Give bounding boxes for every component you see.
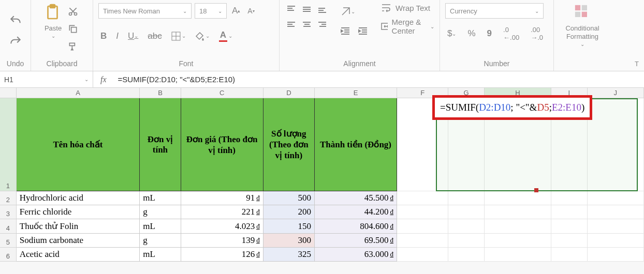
- table-cell[interactable]: mL: [140, 191, 181, 205]
- table-cell[interactable]: Acetic acid: [17, 248, 140, 262]
- col-header[interactable]: C: [181, 88, 264, 98]
- table-cell[interactable]: 44.200đ: [315, 205, 397, 219]
- increase-indent-button[interactable]: [356, 26, 370, 36]
- italic-button[interactable]: I: [114, 30, 121, 42]
- row-header[interactable]: 1: [0, 98, 17, 191]
- fill-color-button[interactable]: ⌄: [193, 31, 212, 42]
- table-cell[interactable]: Hydrochloric acid: [17, 191, 140, 205]
- number-group-label: Number: [484, 59, 510, 70]
- table-cell[interactable]: 804.600đ: [315, 219, 397, 234]
- formula-input[interactable]: [114, 71, 644, 87]
- wrap-text-button[interactable]: Wrap Text: [381, 3, 434, 12]
- undo-group-label: Undo: [7, 59, 24, 70]
- font-name-select[interactable]: Times New Roman⌄: [98, 3, 192, 19]
- row-header[interactable]: 4: [0, 219, 17, 234]
- bold-button[interactable]: B: [98, 30, 109, 42]
- align-middle-button[interactable]: [300, 3, 313, 16]
- header-cell[interactable]: Tên hóa chất: [17, 98, 140, 191]
- orientation-button[interactable]: ⌄: [339, 5, 370, 18]
- ribbon: Undo Paste ⌄ Clipboard Times New Roman⌄ …: [0, 0, 644, 71]
- header-cell[interactable]: Thành tiền (Đồng): [315, 98, 397, 191]
- decrease-decimal-button[interactable]: .00→.0: [529, 25, 545, 42]
- svg-rect-1: [50, 5, 55, 8]
- strike-button[interactable]: abc: [145, 30, 164, 42]
- header-cell[interactable]: Số lượng (Theo đơn vị tính): [264, 98, 315, 191]
- select-all-corner[interactable]: [0, 88, 17, 98]
- decrease-font-button[interactable]: A▾: [245, 6, 256, 16]
- row-header[interactable]: 6: [0, 248, 17, 262]
- header-cell[interactable]: Đơn vị tính: [140, 98, 181, 191]
- col-header[interactable]: D: [264, 88, 315, 98]
- table-cell[interactable]: 300: [264, 234, 315, 248]
- align-bottom-button[interactable]: [316, 3, 328, 16]
- table-cell[interactable]: Thuốc thử Folin: [17, 219, 140, 234]
- table-cell[interactable]: 200: [264, 205, 315, 219]
- align-center-button[interactable]: [300, 19, 313, 31]
- fx-button[interactable]: fx: [93, 75, 114, 84]
- table-cell[interactable]: 150: [264, 219, 315, 234]
- svg-rect-8: [582, 5, 587, 10]
- table-cell[interactable]: g: [140, 234, 181, 248]
- cut-button[interactable]: [66, 5, 80, 18]
- table-cell[interactable]: 139đ: [181, 234, 264, 248]
- col-header[interactable]: E: [315, 88, 397, 98]
- conditional-formatting-button[interactable]: Conditional Formatting⌄: [565, 3, 599, 47]
- tab-t[interactable]: T: [611, 0, 644, 71]
- border-button[interactable]: ⌄: [169, 31, 188, 42]
- table-cell[interactable]: Sodium carbonate: [17, 234, 140, 248]
- table-cell[interactable]: g: [140, 205, 181, 219]
- col-header[interactable]: A: [17, 88, 140, 98]
- svg-rect-4: [71, 27, 76, 33]
- red-handle: [534, 188, 538, 192]
- clipboard-group-label: Clipboard: [47, 59, 78, 70]
- increase-decimal-button[interactable]: .0←.00: [501, 25, 521, 42]
- undo-button[interactable]: [7, 13, 24, 28]
- increase-font-button[interactable]: A▴: [230, 5, 242, 17]
- col-header[interactable]: J: [588, 88, 644, 98]
- svg-rect-10: [582, 12, 587, 17]
- cond-format-label: Conditional Formatting: [565, 24, 599, 40]
- table-cell[interactable]: Ferric chloride: [17, 205, 140, 219]
- font-size-select[interactable]: 18⌄: [195, 3, 227, 19]
- header-cell[interactable]: Đơn giá (Theo đơn vị tính): [181, 98, 264, 191]
- decrease-indent-button[interactable]: [339, 26, 352, 36]
- formula-bar: H1⌄ fx: [0, 71, 644, 88]
- table-cell[interactable]: 126đ: [181, 248, 264, 262]
- font-color-button[interactable]: A⌄: [217, 29, 235, 43]
- table-cell[interactable]: 63.000đ: [315, 248, 397, 262]
- format-painter-button[interactable]: [66, 40, 80, 53]
- comma-button[interactable]: 9: [485, 27, 494, 40]
- table-cell[interactable]: 69.500đ: [315, 234, 397, 248]
- alignment-group-label: Alignment: [343, 59, 375, 70]
- svg-rect-7: [575, 5, 580, 10]
- table-cell[interactable]: mL: [140, 219, 181, 234]
- row-header[interactable]: 2: [0, 191, 17, 205]
- currency-button[interactable]: $ ⌄: [445, 27, 458, 40]
- copy-button[interactable]: [66, 23, 80, 35]
- formula-overlay-cell: =SUMIF(D2:D10; "<"&D5;E2:E10): [432, 95, 592, 120]
- table-cell[interactable]: 221đ: [181, 205, 264, 219]
- svg-rect-9: [575, 12, 580, 17]
- paste-label: Paste: [45, 24, 62, 32]
- worksheet[interactable]: A B C D E F G H I J 1 Tên hóa chất Đơn v…: [0, 88, 644, 262]
- redo-button[interactable]: [7, 34, 24, 49]
- align-right-button[interactable]: [316, 19, 328, 31]
- align-left-button[interactable]: [285, 19, 297, 31]
- percent-button[interactable]: %: [465, 27, 477, 40]
- col-header[interactable]: B: [140, 88, 181, 98]
- number-format-select[interactable]: Currency⌄: [445, 3, 544, 19]
- table-cell[interactable]: 500: [264, 191, 315, 205]
- name-box[interactable]: H1⌄: [0, 71, 93, 87]
- table-cell[interactable]: 45.500đ: [315, 191, 397, 205]
- table-cell[interactable]: 325: [264, 248, 315, 262]
- table-cell[interactable]: 91đ: [181, 191, 264, 205]
- table-cell[interactable]: mL: [140, 248, 181, 262]
- row-header[interactable]: 3: [0, 205, 17, 219]
- row-header[interactable]: 5: [0, 234, 17, 248]
- underline-button[interactable]: U ⌄: [126, 30, 140, 42]
- align-top-button[interactable]: [285, 3, 297, 16]
- paste-button[interactable]: Paste ⌄: [44, 3, 63, 39]
- font-group-label: Font: [179, 59, 193, 70]
- merge-center-button[interactable]: Merge & Center⌄: [381, 18, 434, 35]
- table-cell[interactable]: 4.023đ: [181, 219, 264, 234]
